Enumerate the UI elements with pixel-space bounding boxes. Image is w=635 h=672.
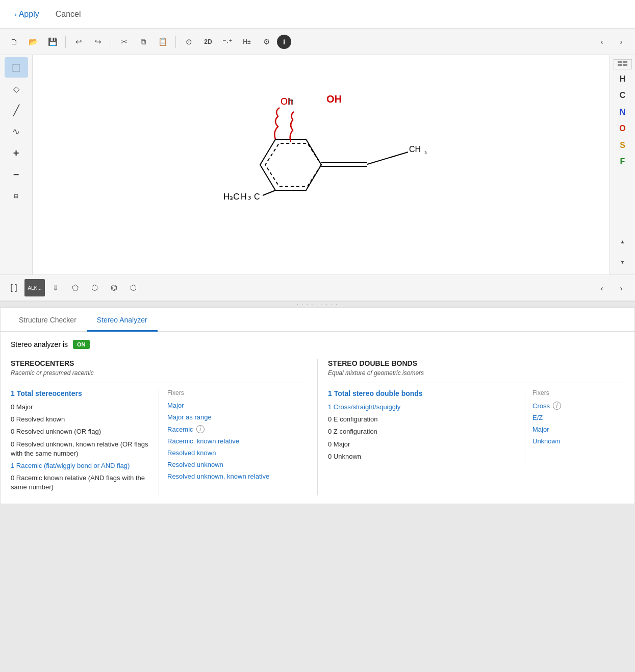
arrow-tool[interactable]: ⇓ bbox=[47, 279, 64, 296]
fixer-cross[interactable]: Cross i bbox=[532, 402, 624, 410]
stereo-bonds-section: STEREO DOUBLE BONDS Equal mixture of geo… bbox=[328, 359, 624, 495]
add-tool[interactable]: + bbox=[5, 143, 28, 163]
element-F-button[interactable]: F bbox=[618, 155, 627, 168]
chain-tool[interactable]: ∿ bbox=[5, 121, 28, 142]
fixer-resolved-unknown-known-rel[interactable]: Resolved unknown, known relative bbox=[167, 472, 307, 480]
expand-down-button[interactable]: ▼ bbox=[614, 253, 631, 270]
nav-right-button[interactable]: › bbox=[613, 33, 630, 51]
element-C-button[interactable]: C bbox=[618, 89, 628, 102]
element-S-button[interactable]: S bbox=[618, 139, 627, 152]
hexagon-tool[interactable]: ⬡ bbox=[86, 279, 103, 296]
stereo-content: STEREOCENTERS Racemic or presumed racemi… bbox=[11, 359, 624, 495]
svg-line-11 bbox=[367, 152, 408, 164]
status-label: Stereo analyzer is bbox=[11, 340, 68, 349]
left-toolbar: ⬚ ◇ ╱ ∿ + − ⊞ bbox=[0, 55, 33, 275]
benzene-tool[interactable]: ⌬ bbox=[105, 279, 122, 296]
svg-text:₃: ₃ bbox=[424, 148, 427, 156]
redo-button[interactable]: ↪ bbox=[89, 33, 107, 51]
chevron-left-icon: ‹ bbox=[14, 10, 17, 18]
minus-tool[interactable]: − bbox=[5, 164, 28, 185]
toolbar-sep-1 bbox=[65, 36, 66, 48]
total-bonds-link[interactable]: 1 Total stereo double bonds bbox=[328, 389, 516, 397]
bonds-fixers-label: Fixers bbox=[532, 389, 624, 396]
bottom-nav-right[interactable]: › bbox=[613, 279, 630, 296]
svg-text:₃: ₃ bbox=[248, 192, 251, 201]
tab-stereo-analyzer[interactable]: Stereo Analyzer bbox=[87, 308, 158, 332]
stat-e-config: 0 E configuration bbox=[328, 415, 516, 424]
nav-left-button[interactable]: ‹ bbox=[593, 33, 611, 51]
right-element-panel: H C N O S F ▲ ▼ bbox=[609, 55, 635, 275]
fixer-resolved-known[interactable]: Resolved known bbox=[167, 449, 307, 457]
fixer-unknown[interactable]: Unknown bbox=[532, 437, 624, 445]
panel-content: Stereo analyzer is ON STEREOCENTERS Race… bbox=[1, 332, 634, 504]
drag-dots-icon: · · · · · · · · · bbox=[297, 302, 338, 307]
undo-button[interactable]: ↩ bbox=[70, 33, 87, 51]
drag-handle[interactable]: · · · · · · · · · bbox=[0, 301, 635, 307]
svg-rect-20 bbox=[618, 64, 620, 66]
template-tool[interactable]: ⊞ bbox=[5, 186, 28, 206]
canvas-area[interactable]: H ₃ C Oh O h CH ₃ H₃C O bbox=[33, 55, 609, 275]
tab-structure-checker[interactable]: Structure Checker bbox=[9, 308, 87, 332]
total-stereocenters-link[interactable]: 1 Total stereocenters bbox=[11, 389, 150, 397]
settings-button[interactable]: ⚙ bbox=[258, 33, 275, 51]
svg-rect-18 bbox=[623, 61, 625, 63]
fixer-major[interactable]: Major bbox=[167, 402, 307, 409]
cross-info-icon[interactable]: i bbox=[553, 402, 561, 410]
svg-text:C: C bbox=[254, 192, 260, 201]
stereocenters-subtitle: Racemic or presumed racemic bbox=[11, 369, 307, 377]
hcount-button[interactable]: H± bbox=[238, 33, 256, 51]
fixer-bonds-major[interactable]: Major bbox=[532, 426, 624, 433]
grid-icon[interactable] bbox=[614, 59, 632, 69]
stat-racemic[interactable]: 1 Racemic (flat/wiggly bond or AND flag) bbox=[11, 461, 150, 470]
svg-line-5 bbox=[263, 190, 275, 195]
erase-tool[interactable]: ◇ bbox=[5, 79, 28, 99]
save-button[interactable]: 💾 bbox=[44, 33, 61, 51]
expand-up-button[interactable]: ▲ bbox=[614, 233, 631, 250]
stat-cross[interactable]: 1 Cross/straight/squiggly bbox=[328, 403, 516, 412]
main-toolbar: 🗋 📂 💾 ↩ ↪ ✂ ⧉ 📋 ⊙ 2D ⁻·⁺ H± ⚙ i ‹ › bbox=[0, 29, 635, 55]
select-tool[interactable]: ⬚ bbox=[5, 57, 28, 78]
element-N-button[interactable]: N bbox=[618, 106, 628, 119]
query-button[interactable]: ⁻·⁺ bbox=[219, 33, 236, 51]
new-file-button[interactable]: 🗋 bbox=[5, 33, 22, 51]
cancel-label: Cancel bbox=[56, 10, 81, 18]
stat-racemic-known-rel: 0 Racemic known relative (AND flags with… bbox=[11, 474, 150, 492]
fixer-resolved-unknown[interactable]: Resolved unknown bbox=[167, 461, 307, 468]
cancel-button[interactable]: Cancel bbox=[47, 6, 89, 23]
svg-marker-0 bbox=[260, 139, 321, 190]
molecule-diagram: H ₃ C Oh O h CH ₃ H₃C O bbox=[148, 73, 495, 257]
bottom-panel: Structure Checker Stereo Analyzer Stereo… bbox=[0, 307, 635, 504]
stereocenters-title: STEREOCENTERS bbox=[11, 359, 307, 367]
fixer-major-as-range[interactable]: Major as range bbox=[167, 413, 307, 421]
apply-button[interactable]: ‹ Apply bbox=[6, 6, 47, 23]
bracket-tool[interactable]: [ ] bbox=[5, 279, 22, 296]
cut-button[interactable]: ✂ bbox=[115, 33, 133, 51]
fixer-ez[interactable]: E/Z bbox=[532, 414, 624, 421]
bottom-nav-left[interactable]: ‹ bbox=[593, 279, 611, 296]
paste-button[interactable]: 📋 bbox=[154, 33, 171, 51]
stereocenters-stats-fixers: 1 Total stereocenters 0 Major 0 Resolved… bbox=[11, 383, 307, 495]
alk-tool[interactable]: ALK... bbox=[24, 279, 45, 296]
fixer-racemic-known-rel[interactable]: Racemic, known relative bbox=[167, 437, 307, 445]
editor-container: ⬚ ◇ ╱ ∿ + − ⊞ H ₃ C Oh O h bbox=[0, 55, 635, 275]
element-O-button[interactable]: O bbox=[617, 122, 627, 135]
open-file-button[interactable]: 📂 bbox=[24, 33, 42, 51]
stereo-bonds-subtitle: Equal mixture of geometric isomers bbox=[328, 369, 624, 377]
stat-unknown: 0 Unknown bbox=[328, 452, 516, 461]
zoom-reset-button[interactable]: ⊙ bbox=[180, 33, 197, 51]
svg-rect-19 bbox=[625, 61, 627, 63]
svg-rect-17 bbox=[620, 61, 622, 63]
2d-button[interactable]: 2D bbox=[199, 33, 217, 51]
pentagon-tool[interactable]: ⬠ bbox=[66, 279, 84, 296]
racemic-info-icon[interactable]: i bbox=[196, 425, 205, 433]
copy-button[interactable]: ⧉ bbox=[135, 33, 152, 51]
bond-tool[interactable]: ╱ bbox=[5, 100, 28, 120]
stat-resolved-unknown-known-rel: 0 Resolved unknown, known relative (OR f… bbox=[11, 440, 150, 458]
fixer-racemic[interactable]: Racemic i bbox=[167, 425, 307, 433]
fixers-label: Fixers bbox=[167, 389, 307, 396]
toggle-on-badge[interactable]: ON bbox=[73, 340, 90, 349]
info-button[interactable]: i bbox=[277, 35, 291, 49]
svg-rect-23 bbox=[625, 64, 627, 66]
element-H-button[interactable]: H bbox=[618, 72, 628, 86]
cyclohex-tool[interactable]: ⬡ bbox=[124, 279, 142, 296]
